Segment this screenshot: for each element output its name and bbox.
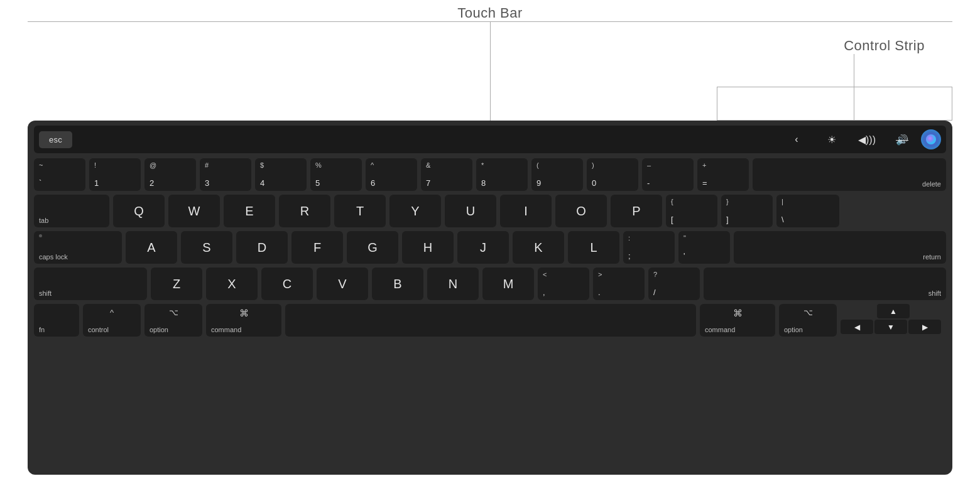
row-bottom: fn ^ control ⌥ option ⌘ command ⌘ comman… [34,304,946,337]
key-option-left[interactable]: ⌥ option [144,304,202,337]
key-control[interactable]: ^ control [83,304,141,337]
key-k[interactable]: K [513,231,564,264]
key-arrow-down[interactable]: ▼ [874,320,907,334]
key-space[interactable] [285,304,696,337]
row-qwerty: tab Q W E R T Y U I O P { [ } ] | \ [34,195,946,227]
key-7[interactable]: & 7 [421,158,472,191]
caps-lock-indicator [39,234,42,237]
control-strip-label: Control Strip [844,38,925,54]
touch-bar-label: Touch Bar [457,5,523,21]
key-rows: ~ ` ! 1 @ 2 # 3 $ 4 % 5 [34,158,946,337]
touch-bar-line-v [490,21,491,122]
key-e[interactable]: E [224,195,275,227]
key-shift-right[interactable]: shift [704,268,946,300]
row-numbers: ~ ` ! 1 @ 2 # 3 $ 4 % 5 [34,158,946,191]
arrow-bottom-row: ◀ ▼ ▶ [841,320,946,334]
key-f[interactable]: F [291,231,343,264]
key-tab[interactable]: tab [34,195,109,227]
key-2[interactable]: @ 2 [144,158,196,191]
arrow-cluster: ▲ ◀ ▼ ▶ [841,304,946,337]
key-open-bracket[interactable]: { [ [666,195,717,227]
tb-volume-btn[interactable]: ◀))) [851,129,883,149]
key-3[interactable]: # 3 [200,158,251,191]
key-i[interactable]: I [500,195,552,227]
key-arrow-right[interactable]: ▶ [908,320,941,334]
arrow-top-row: ▲ [841,304,946,318]
key-arrow-up[interactable]: ▲ [877,304,910,318]
key-fn[interactable]: fn [34,304,79,337]
key-4[interactable]: $ 4 [255,158,307,191]
key-equals[interactable]: + = [697,158,749,191]
key-n[interactable]: N [427,268,479,300]
key-semicolon[interactable]: : ; [623,231,675,264]
key-u[interactable]: U [445,195,496,227]
key-backslash[interactable]: | \ [776,195,839,227]
key-period[interactable]: > . [593,268,645,300]
key-c[interactable]: C [261,268,313,300]
key-command-right[interactable]: ⌘ command [700,304,775,337]
key-s[interactable]: S [181,231,232,264]
key-x[interactable]: X [206,268,258,300]
key-p[interactable]: P [611,195,662,227]
key-1[interactable]: ! 1 [89,158,141,191]
key-delete[interactable]: delete [753,158,946,191]
key-l[interactable]: L [568,231,619,264]
key-slash[interactable]: ? / [648,268,700,300]
key-q[interactable]: Q [113,195,165,227]
key-8[interactable]: * 8 [476,158,528,191]
row-asdf: caps lock A S D F G H J K L : ; " ' retu… [34,231,946,264]
key-g[interactable]: G [347,231,398,264]
key-command-left[interactable]: ⌘ command [206,304,281,337]
key-return[interactable]: return [734,231,946,264]
key-t[interactable]: T [334,195,386,227]
key-w[interactable]: W [168,195,220,227]
esc-key[interactable]: esc [39,131,72,148]
key-o[interactable]: O [555,195,607,227]
control-strip-box [717,87,952,121]
touch-bar-controls: ‹ ☀ ◀))) 🔊 [780,129,941,149]
key-shift-left[interactable]: shift [34,268,147,300]
row-zxcv: shift Z X C V B N M < , > . ? / shift [34,268,946,300]
svg-point-0 [926,134,936,144]
tb-siri-btn[interactable] [921,129,941,149]
key-h[interactable]: H [402,231,454,264]
touch-bar: esc ‹ ☀ ◀))) 🔊 [34,126,946,153]
key-0[interactable]: ) 0 [587,158,638,191]
key-m[interactable]: M [482,268,534,300]
tb-collapse-btn[interactable]: ‹ [780,129,813,149]
key-option-right[interactable]: ⌥ option [779,304,837,337]
key-a[interactable]: A [126,231,177,264]
key-j[interactable]: J [457,231,509,264]
key-z[interactable]: Z [151,268,202,300]
tb-mute-btn[interactable]: 🔊 [886,129,918,149]
key-comma[interactable]: < , [538,268,589,300]
key-d[interactable]: D [236,231,288,264]
key-b[interactable]: B [372,268,423,300]
key-backtick[interactable]: ~ ` [34,158,85,191]
key-9[interactable]: ( 9 [531,158,583,191]
keyboard: esc ‹ ☀ ◀))) 🔊 [28,121,952,475]
key-r[interactable]: R [279,195,330,227]
key-caps-lock[interactable]: caps lock [34,231,122,264]
key-arrow-left[interactable]: ◀ [841,320,873,334]
key-close-bracket[interactable]: } ] [721,195,773,227]
key-6[interactable]: ^ 6 [366,158,417,191]
tb-brightness-btn[interactable]: ☀ [815,129,848,149]
key-v[interactable]: V [317,268,368,300]
key-y[interactable]: Y [389,195,441,227]
key-5[interactable]: % 5 [310,158,362,191]
key-minus[interactable]: – - [642,158,694,191]
key-quote[interactable]: " ' [678,231,730,264]
